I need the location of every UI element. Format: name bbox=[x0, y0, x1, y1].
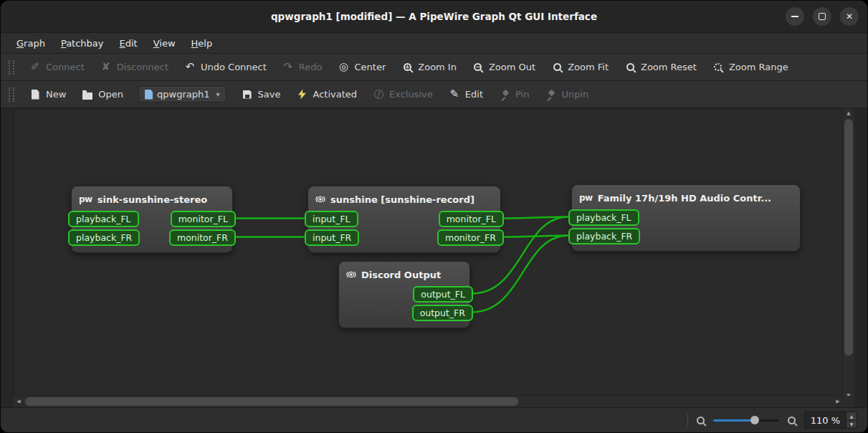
graph-canvas[interactable]: pw sink-sunshine-stereo playback_FL play… bbox=[14, 108, 843, 401]
unpin-button[interactable]: Unpin bbox=[537, 81, 596, 108]
redo-icon: ↷ bbox=[282, 62, 294, 72]
port-monitor-fl[interactable]: monitor_FL bbox=[439, 211, 504, 227]
node-sunshine-record[interactable]: sunshine [sunshine-record] input_FL inpu… bbox=[307, 186, 501, 253]
unpin-icon bbox=[545, 90, 556, 100]
zoom-slider-fill bbox=[713, 419, 755, 422]
port-monitor-fl[interactable]: monitor_FL bbox=[171, 211, 236, 227]
pin-button[interactable]: Pin bbox=[491, 81, 537, 108]
maximize-button[interactable] bbox=[813, 7, 831, 26]
minimize-button[interactable] bbox=[786, 7, 804, 26]
vertical-scroll-thumb[interactable] bbox=[844, 119, 853, 356]
node-discord-output[interactable]: Discord Output output_FL output_FR bbox=[338, 261, 470, 328]
node-header: Discord Output bbox=[339, 266, 469, 286]
center-button[interactable]: ◎ Center bbox=[330, 54, 394, 80]
port-input-fr[interactable]: input_FR bbox=[305, 229, 359, 246]
statusbar-separator bbox=[687, 414, 688, 427]
undo-connect-button[interactable]: ↶ Undo Connect bbox=[176, 54, 275, 80]
record-icon bbox=[346, 270, 356, 280]
node-header: pw Family 17h/19h HD Audio Contr... bbox=[572, 189, 800, 209]
activated-button[interactable]: Activated bbox=[289, 81, 366, 108]
port-monitor-fr[interactable]: monitor_FR bbox=[437, 229, 504, 246]
zoom-percent-spinbox: 110 % ▲ ▼ bbox=[804, 411, 857, 429]
zoom-in-button[interactable]: + Zoom In bbox=[394, 54, 464, 80]
open-button[interactable]: Open bbox=[74, 81, 131, 108]
toolbar-file: New Open qpwgraph1 ▾ Save Activated ƒ Ex… bbox=[1, 81, 867, 108]
zoom-fit-button[interactable]: Zoom Fit bbox=[543, 54, 616, 80]
node-family-hd-audio-controller[interactable]: pw Family 17h/19h HD Audio Contr... play… bbox=[571, 184, 801, 252]
zoom-out-mini-icon[interactable] bbox=[697, 417, 705, 424]
horizontal-scrollbar[interactable]: ◀ ▶ bbox=[14, 395, 843, 407]
port-playback-fr[interactable]: playback_FR bbox=[68, 229, 140, 246]
port-output-fl[interactable]: output_FL bbox=[413, 286, 473, 303]
toolbar-drag-handle-2[interactable] bbox=[9, 87, 14, 102]
spin-buttons: ▲ ▼ bbox=[846, 412, 857, 428]
patchbay-file-combo[interactable]: qpwgraph1 ▾ bbox=[138, 86, 226, 103]
statusbar: 110 % ▲ ▼ bbox=[1, 407, 867, 432]
vertical-scrollbar[interactable]: ▲ ▼ bbox=[842, 108, 854, 401]
exclusive-icon: ƒ bbox=[373, 90, 384, 99]
app-window: qpwgraph1 [modified] — A PipeWire Graph … bbox=[0, 0, 868, 433]
spin-down-icon[interactable]: ▼ bbox=[846, 420, 857, 429]
connect-button[interactable]: ✐ Connect bbox=[22, 54, 92, 80]
zoom-range-button[interactable]: Zoom Range bbox=[705, 54, 796, 80]
zoom-reset-icon bbox=[624, 63, 636, 71]
disconnect-button[interactable]: ✘ Disconnect bbox=[92, 54, 176, 80]
zoom-fit-icon bbox=[551, 63, 563, 71]
close-button[interactable]: ✕ bbox=[840, 7, 859, 26]
new-file-icon bbox=[29, 90, 41, 100]
zoom-out-button[interactable]: − Zoom Out bbox=[464, 54, 543, 80]
scrollbar-corner bbox=[843, 396, 854, 407]
titlebar[interactable]: qpwgraph1 [modified] — A PipeWire Graph … bbox=[1, 1, 867, 33]
node-title: sunshine [sunshine-record] bbox=[330, 194, 474, 205]
zoom-percent-value[interactable]: 110 % bbox=[805, 412, 846, 428]
node-title: sink-sunshine-stereo bbox=[97, 194, 208, 205]
horizontal-scroll-thumb[interactable] bbox=[25, 397, 518, 406]
save-icon bbox=[242, 90, 253, 99]
menubar: Graph Patchbay Edit View Help bbox=[1, 33, 867, 54]
port-playback-fl[interactable]: playback_FL bbox=[568, 209, 639, 226]
port-output-fr[interactable]: output_FR bbox=[412, 305, 473, 321]
node-header: pw sink-sunshine-stereo bbox=[72, 191, 232, 211]
port-input-fl[interactable]: input_FL bbox=[305, 211, 358, 227]
zoom-reset-button[interactable]: Zoom Reset bbox=[616, 54, 705, 80]
minimize-icon bbox=[791, 16, 798, 17]
menu-view[interactable]: View bbox=[146, 36, 183, 51]
maximize-icon bbox=[819, 13, 826, 20]
node-title: Discord Output bbox=[361, 270, 441, 280]
scroll-right-icon[interactable]: ▶ bbox=[833, 396, 843, 406]
node-header: sunshine [sunshine-record] bbox=[308, 191, 500, 211]
port-monitor-fr[interactable]: monitor_FR bbox=[169, 229, 236, 246]
zoom-slider-handle[interactable] bbox=[750, 416, 759, 424]
zoom-slider[interactable] bbox=[713, 415, 779, 425]
center-icon: ◎ bbox=[338, 62, 350, 72]
exclusive-button[interactable]: ƒ Exclusive bbox=[365, 81, 441, 108]
undo-icon: ↶ bbox=[184, 62, 196, 72]
scroll-up-icon[interactable]: ▲ bbox=[843, 108, 854, 118]
canvas-area: pw sink-sunshine-stereo playback_FL play… bbox=[1, 108, 867, 407]
activated-bolt-icon bbox=[297, 90, 308, 100]
menu-help[interactable]: Help bbox=[184, 36, 220, 51]
edit-button[interactable]: ✎ Edit bbox=[441, 81, 491, 108]
menu-edit[interactable]: Edit bbox=[113, 36, 145, 51]
record-icon bbox=[315, 194, 325, 204]
menu-graph[interactable]: Graph bbox=[9, 36, 52, 51]
menu-patchbay[interactable]: Patchbay bbox=[54, 36, 111, 51]
zoom-in-mini-icon[interactable] bbox=[788, 417, 796, 424]
open-folder-icon bbox=[82, 90, 93, 100]
pin-icon bbox=[499, 90, 510, 100]
redo-button[interactable]: ↷ Redo bbox=[275, 54, 330, 80]
window-title: qpwgraph1 [modified] — A PipeWire Graph … bbox=[271, 11, 597, 22]
save-button[interactable]: Save bbox=[234, 81, 289, 108]
node-sink-sunshine-stereo[interactable]: pw sink-sunshine-stereo playback_FL play… bbox=[71, 186, 233, 253]
spin-up-icon[interactable]: ▲ bbox=[846, 412, 857, 420]
patchbay-file-name: qpwgraph1 bbox=[157, 89, 209, 100]
port-playback-fl[interactable]: playback_FL bbox=[68, 211, 139, 227]
pipewire-icon: pw bbox=[79, 194, 92, 204]
edit-pencil-icon: ✎ bbox=[449, 89, 460, 100]
port-playback-fr[interactable]: playback_FR bbox=[568, 228, 640, 244]
node-title: Family 17h/19h HD Audio Contr... bbox=[598, 193, 771, 204]
window-controls: ✕ bbox=[786, 1, 859, 32]
toolbar-drag-handle[interactable] bbox=[9, 60, 14, 75]
scroll-left-icon[interactable]: ◀ bbox=[14, 396, 24, 406]
new-button[interactable]: New bbox=[22, 81, 74, 108]
